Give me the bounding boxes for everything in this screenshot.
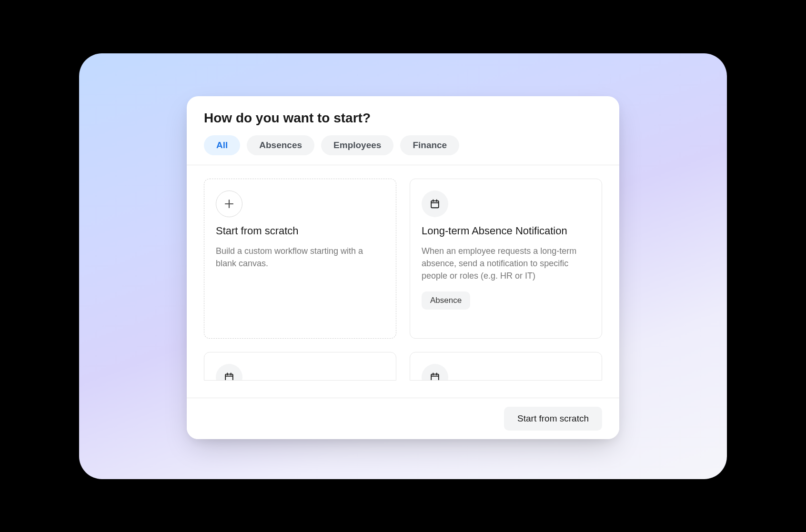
card-start-from-scratch[interactable]: Start from scratch Build a custom workfl…: [204, 179, 396, 339]
filter-finance[interactable]: Finance: [400, 135, 459, 155]
card-partial-4[interactable]: [410, 352, 602, 381]
svg-rect-0: [431, 201, 439, 208]
cards-grid: Start from scratch Build a custom workfl…: [187, 165, 619, 398]
start-modal: How do you want to start? All Absences E…: [187, 96, 619, 439]
svg-rect-2: [431, 374, 439, 380]
filter-employees[interactable]: Employees: [321, 135, 393, 155]
calendar-icon: [422, 364, 448, 381]
card-title: Start from scratch: [216, 225, 384, 237]
card-description: Build a custom workflow starting with a …: [216, 245, 384, 270]
filter-absences[interactable]: Absences: [247, 135, 314, 155]
plus-icon: [216, 191, 242, 217]
start-from-scratch-button[interactable]: Start from scratch: [504, 407, 602, 431]
modal-footer: Start from scratch: [187, 398, 619, 439]
modal-title: How do you want to start?: [204, 110, 602, 126]
calendar-icon: [216, 364, 242, 381]
filter-row: All Absences Employees Finance: [204, 135, 602, 155]
card-title: Long-term Absence Notification: [422, 225, 590, 237]
filter-all[interactable]: All: [204, 135, 240, 155]
card-description: When an employee requests a long-term ab…: [422, 245, 590, 282]
card-long-term-absence[interactable]: Long-term Absence Notification When an e…: [410, 179, 602, 339]
calendar-icon: [422, 191, 448, 217]
card-tag: Absence: [422, 291, 470, 310]
card-partial-3[interactable]: [204, 352, 396, 381]
svg-rect-1: [225, 374, 233, 380]
backdrop: How do you want to start? All Absences E…: [79, 53, 727, 479]
modal-header: How do you want to start? All Absences E…: [187, 96, 619, 165]
